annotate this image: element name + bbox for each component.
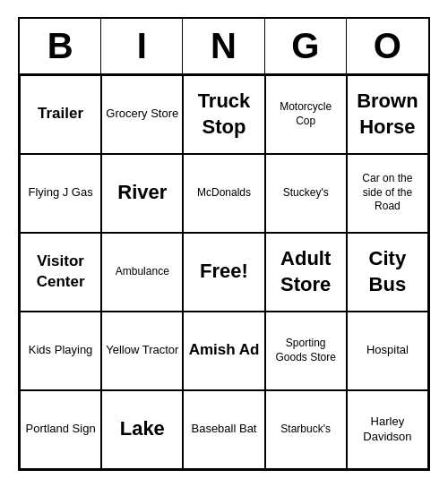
bingo-cell-11[interactable]: Ambulance [101,233,183,312]
bingo-cell-23[interactable]: Starbuck's [265,390,347,469]
header-letter: B [20,19,101,73]
bingo-cell-24[interactable]: Harley Davidson [347,390,428,469]
bingo-cell-7[interactable]: McDonalds [183,154,264,233]
bingo-cell-17[interactable]: Amish Ad [183,312,264,390]
bingo-cell-22[interactable]: Baseball Bat [183,390,264,469]
header-letter: N [183,19,264,73]
bingo-cell-10[interactable]: Visitor Center [20,233,101,312]
bingo-cell-12[interactable]: Free! [183,233,264,312]
bingo-cell-8[interactable]: Stuckey's [265,154,347,233]
bingo-cell-9[interactable]: Car on the side of the Road [347,154,428,233]
bingo-cell-3[interactable]: Motorcycle Cop [265,75,347,154]
header-letter: G [265,19,347,73]
bingo-cell-16[interactable]: Yellow Tractor [101,312,183,390]
header-letter: O [347,19,428,73]
bingo-cell-5[interactable]: Flying J Gas [20,154,101,233]
bingo-cell-15[interactable]: Kids Playing [20,312,101,390]
header-letter: I [101,19,183,73]
bingo-cell-2[interactable]: Truck Stop [183,75,264,154]
bingo-cell-0[interactable]: Trailer [20,75,101,154]
bingo-cell-21[interactable]: Lake [101,390,183,469]
bingo-cell-1[interactable]: Grocery Store [101,75,183,154]
bingo-grid: TrailerGrocery StoreTruck StopMotorcycle… [20,75,428,469]
bingo-cell-4[interactable]: Brown Horse [347,75,428,154]
bingo-header: BINGO [20,19,428,75]
bingo-cell-6[interactable]: River [101,154,183,233]
bingo-cell-20[interactable]: Portland Sign [20,390,101,469]
bingo-cell-18[interactable]: Sporting Goods Store [265,312,347,390]
bingo-cell-13[interactable]: Adult Store [265,233,347,312]
bingo-cell-19[interactable]: Hospital [347,312,428,390]
bingo-cell-14[interactable]: City Bus [347,233,428,312]
bingo-card: BINGO TrailerGrocery StoreTruck StopMoto… [18,17,430,471]
